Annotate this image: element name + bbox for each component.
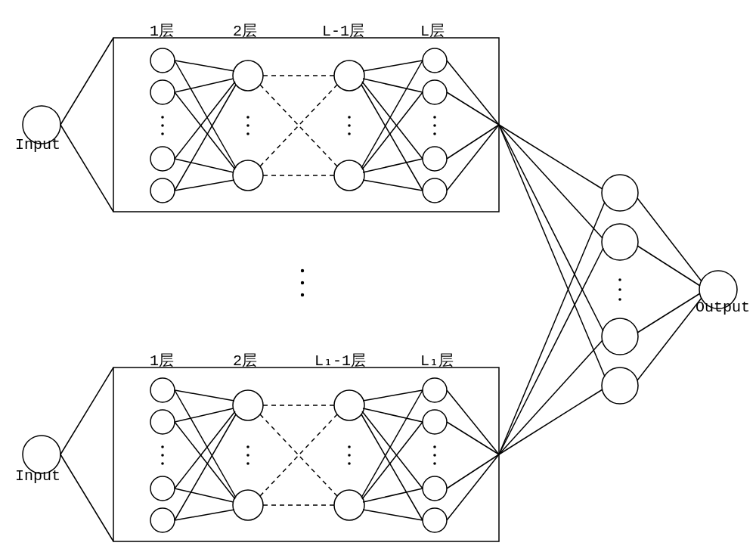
diagram-svg xyxy=(0,0,756,552)
svg-line-86 xyxy=(363,510,423,520)
svg-line-32 xyxy=(363,159,423,172)
svg-point-47 xyxy=(161,445,164,448)
svg-point-51 xyxy=(233,490,263,520)
svg-point-46 xyxy=(150,508,175,532)
bottom-network-box xyxy=(113,367,499,541)
svg-line-27 xyxy=(363,79,423,92)
svg-line-99 xyxy=(499,248,603,454)
svg-line-95 xyxy=(499,125,603,238)
svg-line-31 xyxy=(362,92,423,169)
bottom-layer-label-2: 2层 xyxy=(233,350,257,371)
svg-point-56 xyxy=(334,490,364,520)
svg-line-84 xyxy=(362,422,423,499)
svg-line-16 xyxy=(175,79,234,92)
svg-point-64 xyxy=(433,445,436,448)
svg-line-70 xyxy=(175,422,235,499)
svg-point-5 xyxy=(246,116,249,119)
svg-point-57 xyxy=(348,445,351,448)
svg-line-85 xyxy=(363,488,423,502)
svg-point-58 xyxy=(348,454,351,457)
svg-line-104 xyxy=(637,293,700,333)
svg-point-53 xyxy=(246,454,249,457)
bottom-layer-label-4: L₁层 xyxy=(420,350,454,371)
agg-n2 xyxy=(602,224,638,260)
output-label: Output xyxy=(696,299,750,316)
agg-n4 xyxy=(602,367,638,404)
top-layer-label-1: 1层 xyxy=(150,20,174,41)
svg-point-13 xyxy=(433,132,436,135)
svg-line-87 xyxy=(447,390,499,454)
agg-n1 xyxy=(602,175,638,211)
svg-line-15 xyxy=(175,60,236,168)
svg-line-67 xyxy=(175,390,234,401)
svg-point-60 xyxy=(423,378,447,402)
top-lL-n2 xyxy=(423,80,447,104)
svg-line-80 xyxy=(363,408,423,422)
svg-line-19 xyxy=(175,159,234,172)
svg-line-90 xyxy=(447,454,499,520)
svg-line-89 xyxy=(447,454,499,488)
svg-line-33 xyxy=(363,180,423,191)
svg-line-30 xyxy=(361,60,423,168)
svg-point-52 xyxy=(246,445,249,448)
top-l1-n2 xyxy=(150,80,175,104)
input-label-top: Input xyxy=(15,136,60,154)
svg-line-101 xyxy=(499,389,603,454)
top-layer-label-3: L-1层 xyxy=(322,20,364,41)
bottom-layer-label-3: L₁-1层 xyxy=(314,350,366,371)
svg-line-97 xyxy=(499,125,605,377)
svg-line-0 xyxy=(60,38,113,125)
svg-point-91 xyxy=(618,278,621,281)
svg-point-4 xyxy=(161,132,164,135)
svg-line-35 xyxy=(447,92,499,125)
svg-line-94 xyxy=(499,125,603,189)
agg-n3 xyxy=(602,318,638,355)
svg-line-81 xyxy=(362,411,423,488)
svg-point-40 xyxy=(301,293,304,296)
top-layer-label-4: L层 xyxy=(420,20,445,41)
top-lL-n4 xyxy=(423,178,447,203)
svg-point-44 xyxy=(150,410,175,434)
svg-line-14 xyxy=(175,60,234,71)
svg-line-102 xyxy=(637,198,702,281)
svg-point-55 xyxy=(334,390,364,420)
svg-line-96 xyxy=(499,125,603,331)
svg-point-8 xyxy=(348,116,351,119)
svg-line-29 xyxy=(361,85,423,191)
svg-point-7 xyxy=(246,132,249,135)
svg-line-42 xyxy=(60,454,113,541)
svg-point-61 xyxy=(423,410,447,434)
svg-point-62 xyxy=(423,476,447,501)
svg-line-21 xyxy=(175,180,234,191)
svg-point-9 xyxy=(348,124,351,127)
svg-line-26 xyxy=(363,60,423,71)
svg-point-2 xyxy=(161,116,164,119)
svg-point-43 xyxy=(150,378,175,402)
svg-point-6 xyxy=(246,124,249,127)
bottom-layer-label-1: 1层 xyxy=(150,350,174,371)
svg-line-88 xyxy=(447,422,499,454)
svg-point-10 xyxy=(348,132,351,135)
svg-line-72 xyxy=(175,488,234,502)
top-l2-n1 xyxy=(233,60,263,91)
top-l2-n2 xyxy=(233,160,263,191)
svg-point-38 xyxy=(301,269,304,272)
top-l1-n1 xyxy=(150,48,175,73)
svg-line-100 xyxy=(499,340,603,454)
svg-point-50 xyxy=(233,390,263,420)
input-label-bottom: Input xyxy=(15,467,60,485)
svg-line-68 xyxy=(175,390,236,498)
svg-point-45 xyxy=(150,476,175,501)
svg-point-48 xyxy=(161,454,164,457)
svg-line-41 xyxy=(60,367,113,454)
svg-line-83 xyxy=(361,390,423,498)
svg-line-82 xyxy=(361,414,423,520)
svg-line-71 xyxy=(175,411,235,488)
svg-point-63 xyxy=(423,508,447,532)
top-network-box xyxy=(113,38,499,212)
svg-line-73 xyxy=(175,414,236,520)
svg-line-69 xyxy=(175,408,234,422)
svg-line-37 xyxy=(447,125,499,191)
svg-line-17 xyxy=(175,92,235,169)
svg-line-1 xyxy=(60,125,113,212)
